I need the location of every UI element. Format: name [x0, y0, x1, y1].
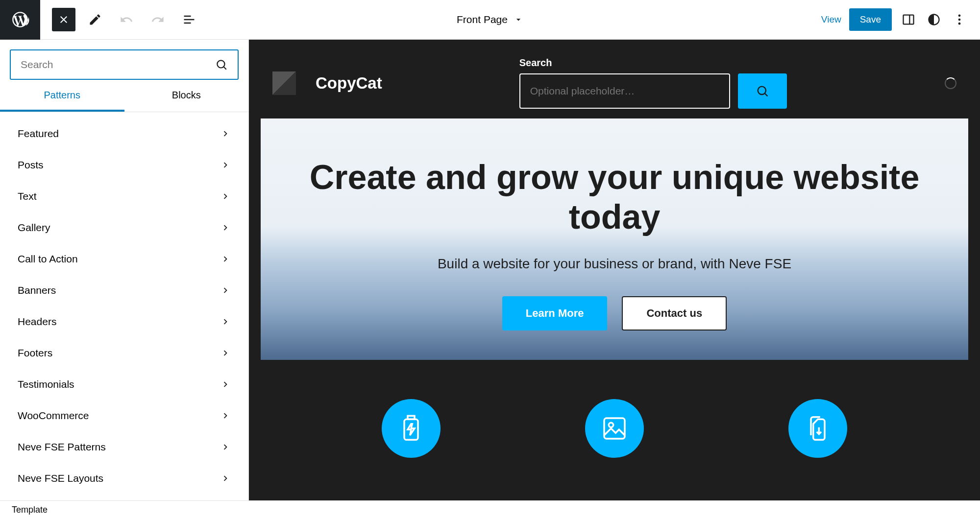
toolbar-left — [40, 8, 201, 31]
battery-charge-icon — [397, 415, 425, 442]
search-row — [519, 73, 787, 109]
view-link[interactable]: View — [821, 14, 841, 25]
category-gallery[interactable]: Gallery — [0, 212, 248, 243]
toolbar-right: View Save — [821, 8, 980, 31]
search-icon — [215, 58, 228, 71]
feature-icon-battery[interactable] — [382, 399, 441, 458]
category-text[interactable]: Text — [0, 181, 248, 212]
chevron-right-icon — [220, 442, 231, 452]
wordpress-icon — [11, 10, 29, 29]
category-posts[interactable]: Posts — [0, 149, 248, 181]
svg-line-8 — [764, 94, 767, 96]
files-download-icon — [804, 415, 832, 442]
tab-blocks[interactable]: Blocks — [124, 90, 249, 112]
category-testimonials[interactable]: Testimonials — [0, 369, 248, 400]
redo-button[interactable] — [146, 8, 170, 31]
svg-point-5 — [217, 60, 224, 68]
contact-us-button[interactable]: Contact us — [622, 296, 727, 330]
svg-rect-0 — [904, 15, 914, 24]
options-menu-button[interactable] — [951, 11, 968, 28]
breadcrumb-bar: Template — [0, 500, 980, 519]
pencil-icon — [88, 13, 102, 26]
svg-line-6 — [223, 67, 226, 69]
chevron-right-icon — [220, 160, 231, 170]
wordpress-logo[interactable] — [0, 0, 40, 40]
styles-button[interactable] — [925, 11, 943, 28]
close-inserter-button[interactable] — [52, 8, 75, 31]
undo-icon — [120, 13, 133, 26]
chevron-right-icon — [220, 473, 231, 484]
chevron-right-icon — [220, 191, 231, 202]
search-box[interactable] — [10, 49, 239, 80]
breadcrumb-template[interactable]: Template — [12, 505, 48, 515]
features-row[interactable] — [261, 360, 968, 458]
svg-point-4 — [958, 23, 961, 25]
chevron-down-icon — [514, 15, 523, 24]
svg-rect-11 — [604, 418, 625, 439]
inserter-tabs: Patterns Blocks — [0, 90, 248, 112]
document-overview-button[interactable] — [177, 8, 201, 31]
hero-buttons: Learn More Contact us — [280, 296, 949, 330]
search-label: Search — [519, 57, 787, 69]
hero-heading[interactable]: Create and grow your unique website toda… — [280, 158, 949, 236]
tab-patterns[interactable]: Patterns — [0, 90, 124, 112]
loading-spinner — [945, 77, 956, 89]
feature-icon-download[interactable] — [788, 399, 847, 458]
hero-block[interactable]: Create and grow your unique website toda… — [261, 118, 968, 360]
list-icon — [182, 13, 196, 26]
category-headers[interactable]: Headers — [0, 306, 248, 337]
svg-point-3 — [958, 19, 961, 21]
main-area: Patterns Blocks Featured Posts Text Gall… — [0, 40, 980, 500]
sidebar-icon — [902, 13, 915, 26]
svg-rect-10 — [408, 416, 415, 419]
search-block[interactable]: Search — [519, 57, 787, 109]
edit-tool-button[interactable] — [83, 8, 107, 31]
chevron-right-icon — [220, 316, 231, 327]
svg-point-12 — [609, 423, 613, 427]
site-header-block[interactable]: CopyCat Search — [257, 47, 972, 118]
category-neve-fse-patterns[interactable]: Neve FSE Patterns — [0, 431, 248, 463]
close-icon — [58, 14, 70, 25]
pattern-categories: Featured Posts Text Gallery Call to Acti… — [0, 112, 248, 500]
learn-more-button[interactable]: Learn More — [502, 296, 608, 330]
settings-panel-button[interactable] — [900, 11, 917, 28]
category-banners[interactable]: Banners — [0, 275, 248, 306]
hero-subheading[interactable]: Build a website for your business or bra… — [280, 256, 949, 272]
chevron-right-icon — [220, 222, 231, 233]
chevron-right-icon — [220, 128, 231, 139]
inserter-sidebar: Patterns Blocks Featured Posts Text Gall… — [0, 40, 249, 500]
search-icon — [756, 84, 769, 98]
search-submit-button[interactable] — [738, 73, 787, 109]
svg-point-2 — [958, 15, 961, 17]
chevron-right-icon — [220, 285, 231, 296]
contrast-icon — [927, 13, 941, 26]
category-woocommerce[interactable]: WooCommerce — [0, 400, 248, 431]
category-neve-fse-layouts[interactable]: Neve FSE Layouts — [0, 463, 248, 494]
save-button[interactable]: Save — [849, 8, 892, 31]
feature-icon-image[interactable] — [585, 399, 644, 458]
site-logo-placeholder[interactable] — [272, 71, 296, 95]
undo-button[interactable] — [115, 8, 138, 31]
redo-icon — [151, 13, 165, 26]
category-footers[interactable]: Footers — [0, 337, 248, 369]
chevron-right-icon — [220, 379, 231, 390]
svg-point-7 — [758, 87, 765, 94]
image-icon — [601, 415, 628, 442]
site-title[interactable]: CopyCat — [316, 74, 382, 93]
more-vertical-icon — [953, 13, 966, 26]
top-toolbar: Front Page View Save — [0, 0, 980, 40]
category-featured[interactable]: Featured — [0, 118, 248, 149]
chevron-right-icon — [220, 348, 231, 358]
editor-canvas[interactable]: CopyCat Search Create and grow your uniq… — [249, 40, 980, 500]
template-title-dropdown[interactable]: Front Page — [457, 14, 523, 25]
page-title: Front Page — [457, 14, 508, 25]
chevron-right-icon — [220, 254, 231, 264]
category-call-to-action[interactable]: Call to Action — [0, 243, 248, 275]
search-field[interactable] — [519, 73, 730, 109]
search-input[interactable] — [21, 59, 215, 71]
chevron-right-icon — [220, 410, 231, 421]
search-wrap — [0, 40, 248, 90]
